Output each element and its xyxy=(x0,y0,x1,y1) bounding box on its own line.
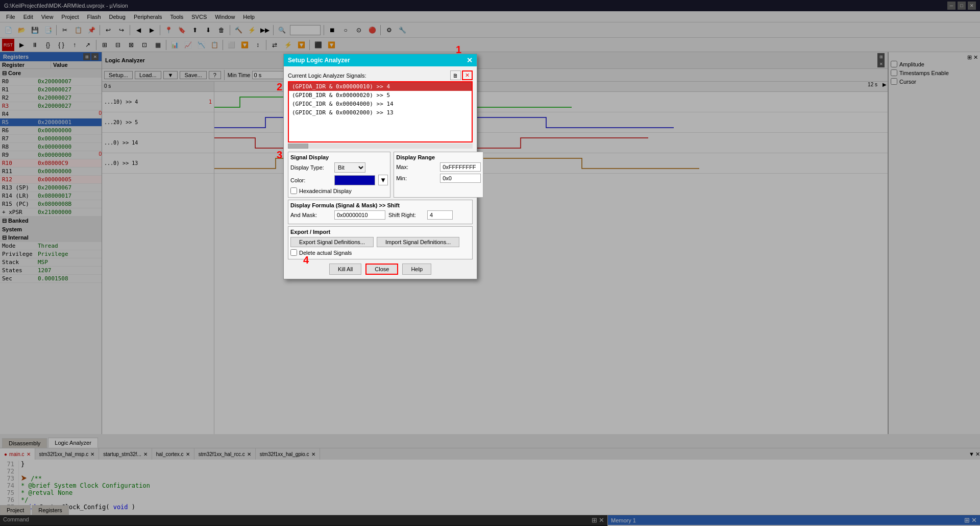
dialog-buttons-row: 4 Kill All Close Help xyxy=(288,264,473,275)
min-row: Min: xyxy=(396,174,481,183)
list-item[interactable]: (GPIOC_IDR & 0x00002000) >> 13 xyxy=(289,108,472,117)
color-dropdown-btn[interactable]: ▼ xyxy=(378,175,388,185)
kill-all-btn[interactable]: Kill All xyxy=(329,264,361,275)
display-range-title: Display Range xyxy=(396,154,481,160)
shift-right-input[interactable] xyxy=(427,210,453,220)
delete-actual-checkbox[interactable] xyxy=(290,249,297,256)
signal-display-section: 3 Signal Display Display Type: Bit Analo… xyxy=(288,152,473,198)
signal-list: (GPIOA_IDR & 0x00000010) >> 4 (GPIOB_IDR… xyxy=(288,81,473,142)
export-import-title: Export / Import xyxy=(290,229,470,235)
signals-list-label: Current Logic Analyzer Signals: xyxy=(288,73,366,79)
close-btn[interactable]: Close xyxy=(365,264,398,275)
annotation-4: 4 xyxy=(303,254,309,266)
and-mask-label: And Mask: xyxy=(290,212,331,218)
export-btn[interactable]: Export Signal Definitions... xyxy=(290,237,374,247)
color-row: Color: ▼ xyxy=(290,175,388,185)
display-range-box: Display Range Max: Min: xyxy=(394,152,483,198)
display-type-label: Display Type: xyxy=(290,164,331,171)
delete-actual-row: Delete actual Signals xyxy=(290,249,470,256)
import-btn[interactable]: Import Signal Definitions... xyxy=(377,237,459,247)
hex-display-row: Hexadecimal Display xyxy=(290,187,388,194)
hex-display-checkbox[interactable] xyxy=(290,187,297,194)
color-label: Color: xyxy=(290,177,331,183)
scrollbar-thumb[interactable] xyxy=(288,144,308,149)
setup-logic-analyzer-dialog: 1 Setup Logic Analyzer ✕ Current Logic A… xyxy=(283,54,477,279)
max-row: Max: xyxy=(396,162,481,172)
dialog-close-btn[interactable]: ✕ xyxy=(467,56,473,64)
signal-list-container: 2 (GPIOA_IDR & 0x00000010) >> 4 (GPIOB_I… xyxy=(288,81,473,149)
dialog-body: Current Logic Analyzer Signals: 🗎 ✕ 2 (G… xyxy=(284,66,477,279)
annotation-2: 2 xyxy=(277,81,282,93)
hex-display-label: Hexadecimal Display xyxy=(299,188,352,194)
signal-list-scrollbar[interactable] xyxy=(288,144,473,149)
list-item[interactable]: (GPIOB_IDR & 0x00000020) >> 5 xyxy=(289,91,472,100)
min-label: Min: xyxy=(396,175,437,181)
list-item[interactable]: (GPIOA_IDR & 0x00000010) >> 4 xyxy=(289,82,472,91)
and-mask-row: And Mask: Shift Right: xyxy=(290,210,470,220)
max-label: Max: xyxy=(396,164,437,170)
export-import-box: Export / Import Export Signal Definition… xyxy=(288,226,473,259)
formula-title: Display Formula (Signal & Mask) >> Shift xyxy=(290,202,470,208)
list-item[interactable]: (GPIOC_IDR & 0x00004000) >> 14 xyxy=(289,100,472,108)
signal-delete-btn[interactable]: ✕ xyxy=(462,70,473,80)
signal-display-box: Signal Display Display Type: Bit Analog … xyxy=(288,152,390,198)
annotation-3: 3 xyxy=(277,149,282,161)
dialog-titlebar: Setup Logic Analyzer ✕ xyxy=(284,54,477,66)
export-import-row: Export Signal Definitions... Import Sign… xyxy=(290,237,470,247)
min-input[interactable] xyxy=(440,174,481,183)
dialog-title: Setup Logic Analyzer xyxy=(288,57,350,64)
help-btn[interactable]: Help xyxy=(402,264,431,275)
signal-display-title: Signal Display xyxy=(290,154,388,160)
and-mask-input[interactable] xyxy=(334,210,385,220)
modal-overlay[interactable]: 1 Setup Logic Analyzer ✕ Current Logic A… xyxy=(0,0,980,526)
signals-header-row: Current Logic Analyzer Signals: 🗎 ✕ xyxy=(288,70,473,80)
signal-action-btns: 🗎 ✕ xyxy=(450,70,473,80)
display-type-row: Display Type: Bit Analog xyxy=(290,162,388,173)
signal-new-btn[interactable]: 🗎 xyxy=(450,70,461,80)
shift-right-label: Shift Right: xyxy=(388,212,424,218)
display-formula-box: Display Formula (Signal & Mask) >> Shift… xyxy=(288,200,473,224)
annotation-1: 1 xyxy=(456,44,461,56)
display-type-select[interactable]: Bit Analog xyxy=(334,162,365,173)
max-input[interactable] xyxy=(440,162,481,172)
color-swatch[interactable] xyxy=(334,175,375,185)
